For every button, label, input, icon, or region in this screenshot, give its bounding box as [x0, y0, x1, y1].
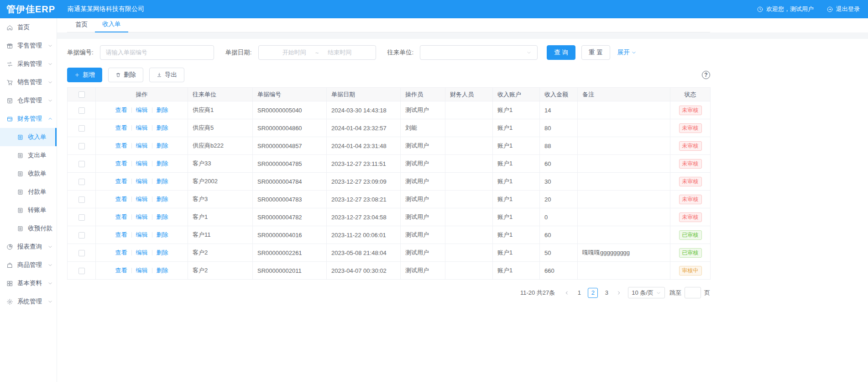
sidebar-item-receipt[interactable]: 收款单 — [0, 164, 57, 183]
add-button[interactable]: 新增 — [67, 68, 102, 82]
sidebar-item-label: 收入单 — [28, 133, 47, 141]
delete-link[interactable]: 删除 — [157, 124, 168, 131]
delete-link[interactable]: 删除 — [157, 249, 168, 256]
cell-amount: 60 — [540, 226, 578, 244]
cell-doc-no: SR00000004784 — [253, 173, 327, 191]
partner-select[interactable] — [420, 45, 538, 60]
view-link[interactable]: 查看 — [115, 267, 127, 274]
view-link[interactable]: 查看 — [115, 231, 127, 238]
sidebar-item-prepayment[interactable]: 收预付款 — [0, 219, 57, 238]
status-badge: 已审核 — [679, 248, 702, 258]
chevron-down-icon — [47, 281, 53, 286]
status-badge: 未审核 — [679, 195, 702, 204]
sidebar-item-payment[interactable]: 付款单 — [0, 183, 57, 201]
expand-link[interactable]: 展开 — [617, 48, 637, 57]
chevron-down-icon — [47, 244, 53, 249]
delete-link[interactable]: 删除 — [157, 106, 168, 113]
sidebar-item-warehouse[interactable]: 仓库管理 — [0, 91, 57, 110]
sidebar-item-goods[interactable]: 商品管理 — [0, 256, 57, 274]
view-link[interactable]: 查看 — [115, 249, 127, 256]
jump-page-input[interactable] — [685, 287, 701, 298]
sidebar-item-basic[interactable]: 基本资料 — [0, 274, 57, 292]
sidebar-item-label: 系统管理 — [17, 297, 42, 306]
sidebar-item-system[interactable]: 系统管理 — [0, 292, 57, 311]
sidebar-item-purchase[interactable]: 采购管理 — [0, 55, 57, 73]
row-checkbox[interactable] — [78, 196, 85, 203]
row-checkbox[interactable] — [78, 161, 85, 167]
welcome-user[interactable]: 欢迎您，测试用户 — [757, 5, 814, 13]
row-checkbox[interactable] — [78, 250, 85, 256]
row-checkbox[interactable] — [78, 143, 85, 149]
sidebar-item-finance[interactable]: 财务管理 — [0, 110, 57, 128]
delete-link[interactable]: 删除 — [157, 231, 168, 238]
content-panel: 单据编号: 请输入单据编号 单据日期: 开始时间 ~ 结束时间 往来单位: 查 … — [67, 45, 710, 298]
tab-income[interactable]: 收入单 — [95, 17, 128, 32]
edit-link[interactable]: 编辑 — [136, 231, 148, 238]
cell-finance — [445, 208, 493, 226]
view-link[interactable]: 查看 — [115, 196, 127, 202]
cell-account: 账户1 — [493, 155, 540, 173]
date-range-input[interactable]: 开始时间 ~ 结束时间 — [258, 45, 376, 60]
help-icon[interactable]: ? — [702, 71, 710, 79]
sidebar-item-retail[interactable]: 零售管理 — [0, 37, 57, 55]
edit-link[interactable]: 编辑 — [136, 124, 148, 131]
view-link[interactable]: 查看 — [115, 142, 127, 149]
row-checkbox[interactable] — [78, 214, 85, 221]
page-number-2[interactable]: 2 — [588, 288, 598, 298]
row-checkbox[interactable] — [78, 125, 85, 132]
delete-link[interactable]: 删除 — [157, 267, 168, 274]
next-page-button[interactable] — [613, 290, 624, 296]
edit-link[interactable]: 编辑 — [136, 106, 148, 113]
sidebar-item-transfer[interactable]: 转账单 — [0, 201, 57, 219]
edit-link[interactable]: 编辑 — [136, 196, 148, 202]
reset-button[interactable]: 重 置 — [581, 45, 610, 60]
delete-link[interactable]: 删除 — [157, 178, 168, 185]
delete-link[interactable]: 删除 — [157, 142, 168, 149]
row-checkbox[interactable] — [78, 179, 85, 185]
cell-status: 未审核 — [670, 191, 711, 208]
export-button[interactable]: 导出 — [149, 68, 184, 82]
row-checkbox[interactable] — [78, 107, 85, 114]
finance-icon — [6, 116, 13, 122]
row-checkbox[interactable] — [78, 232, 85, 239]
chevron-down-icon — [47, 80, 53, 85]
select-all-checkbox[interactable] — [78, 91, 85, 98]
cell-remark — [578, 137, 670, 155]
page-number-3[interactable]: 3 — [601, 288, 612, 298]
delete-link[interactable]: 删除 — [157, 160, 168, 167]
sidebar-item-report[interactable]: 报表查询 — [0, 238, 57, 256]
view-link[interactable]: 查看 — [115, 178, 127, 185]
action-divider — [152, 107, 152, 113]
page-number-1[interactable]: 1 — [574, 288, 584, 298]
sidebar-item-income[interactable]: 收入单 — [0, 128, 57, 146]
edit-link[interactable]: 编辑 — [136, 178, 148, 185]
delete-button[interactable]: 删除 — [108, 68, 143, 82]
cell-operator: 刘能 — [401, 119, 445, 137]
delete-button-label: 删除 — [124, 71, 136, 79]
edit-link[interactable]: 编辑 — [136, 213, 148, 220]
logout-button[interactable]: 退出登录 — [826, 5, 860, 13]
edit-link[interactable]: 编辑 — [136, 249, 148, 256]
cell-doc-no: SR00000004783 — [253, 191, 327, 208]
delete-link[interactable]: 删除 — [157, 196, 168, 202]
edit-link[interactable]: 编辑 — [136, 160, 148, 167]
tab-home[interactable]: 首页 — [68, 17, 95, 32]
doc-no-input[interactable]: 请输入单据编号 — [100, 45, 214, 60]
search-button[interactable]: 查 询 — [547, 45, 575, 60]
page-size-select[interactable]: 10 条/页 — [628, 287, 665, 298]
sidebar-item-sales[interactable]: 销售管理 — [0, 73, 57, 91]
view-link[interactable]: 查看 — [115, 124, 127, 131]
cell-doc-no: SR00000004782 — [253, 208, 327, 226]
edit-link[interactable]: 编辑 — [136, 142, 148, 149]
sidebar-item-home[interactable]: 首页 — [0, 18, 57, 37]
sidebar-item-expense[interactable]: 支出单 — [0, 146, 57, 164]
delete-link[interactable]: 删除 — [157, 213, 168, 220]
view-link[interactable]: 查看 — [115, 106, 127, 113]
logout-icon — [826, 6, 833, 13]
view-link[interactable]: 查看 — [115, 213, 127, 220]
view-link[interactable]: 查看 — [115, 160, 127, 167]
edit-link[interactable]: 编辑 — [136, 267, 148, 274]
pie-icon — [6, 244, 13, 250]
row-checkbox[interactable] — [78, 268, 85, 274]
prev-page-button[interactable] — [561, 290, 572, 296]
